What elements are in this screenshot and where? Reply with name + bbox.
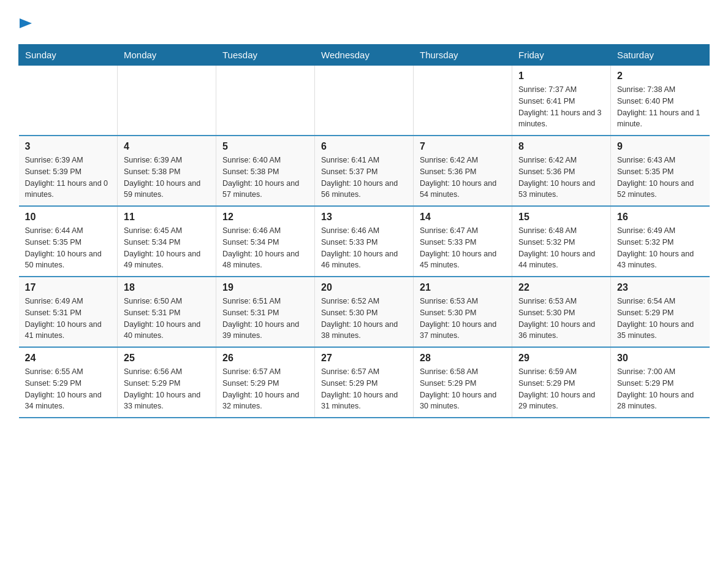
header-saturday: Saturday xyxy=(611,45,710,66)
header-sunday: Sunday xyxy=(19,45,118,66)
day-number: 17 xyxy=(25,282,112,293)
day-cell: 30Sunrise: 7:00 AM Sunset: 5:29 PM Dayli… xyxy=(611,347,710,418)
header-thursday: Thursday xyxy=(414,45,512,66)
day-cell: 29Sunrise: 6:59 AM Sunset: 5:29 PM Dayli… xyxy=(512,347,611,418)
day-info: Sunrise: 6:40 AM Sunset: 5:38 PM Dayligh… xyxy=(222,155,308,201)
day-info: Sunrise: 6:47 AM Sunset: 5:33 PM Dayligh… xyxy=(420,225,506,271)
day-cell xyxy=(19,66,118,136)
day-cell: 28Sunrise: 6:58 AM Sunset: 5:29 PM Dayli… xyxy=(414,347,512,418)
day-number: 10 xyxy=(25,212,112,223)
day-cell: 14Sunrise: 6:47 AM Sunset: 5:33 PM Dayli… xyxy=(414,206,512,277)
day-number: 24 xyxy=(25,353,112,364)
day-number: 3 xyxy=(25,141,112,152)
day-info: Sunrise: 6:49 AM Sunset: 5:31 PM Dayligh… xyxy=(25,296,112,342)
day-number: 23 xyxy=(617,282,703,293)
day-cell: 26Sunrise: 6:57 AM Sunset: 5:29 PM Dayli… xyxy=(216,347,315,418)
week-row-2: 3Sunrise: 6:39 AM Sunset: 5:39 PM Daylig… xyxy=(19,136,710,206)
day-cell: 12Sunrise: 6:46 AM Sunset: 5:34 PM Dayli… xyxy=(216,206,315,277)
day-info: Sunrise: 6:42 AM Sunset: 5:36 PM Dayligh… xyxy=(518,155,604,201)
day-number: 6 xyxy=(321,141,407,152)
day-number: 1 xyxy=(518,71,604,82)
day-cell: 7Sunrise: 6:42 AM Sunset: 5:36 PM Daylig… xyxy=(414,136,512,206)
day-number: 13 xyxy=(321,212,407,223)
day-cell: 18Sunrise: 6:50 AM Sunset: 5:31 PM Dayli… xyxy=(118,277,216,347)
day-number: 26 xyxy=(222,353,308,364)
day-cell: 10Sunrise: 6:44 AM Sunset: 5:35 PM Dayli… xyxy=(19,206,118,277)
day-info: Sunrise: 6:57 AM Sunset: 5:29 PM Dayligh… xyxy=(321,366,407,412)
day-cell: 20Sunrise: 6:52 AM Sunset: 5:30 PM Dayli… xyxy=(315,277,414,347)
day-number: 12 xyxy=(222,212,308,223)
day-info: Sunrise: 6:51 AM Sunset: 5:31 PM Dayligh… xyxy=(222,296,308,342)
calendar-body: 1Sunrise: 7:37 AM Sunset: 6:41 PM Daylig… xyxy=(19,66,710,418)
calendar-table: SundayMondayTuesdayWednesdayThursdayFrid… xyxy=(18,44,710,418)
day-cell: 15Sunrise: 6:48 AM Sunset: 5:32 PM Dayli… xyxy=(512,206,611,277)
day-cell: 16Sunrise: 6:49 AM Sunset: 5:32 PM Dayli… xyxy=(611,206,710,277)
day-number: 30 xyxy=(617,353,703,364)
day-number: 5 xyxy=(222,141,308,152)
day-number: 16 xyxy=(617,212,703,223)
week-row-5: 24Sunrise: 6:55 AM Sunset: 5:29 PM Dayli… xyxy=(19,347,710,418)
day-cell: 24Sunrise: 6:55 AM Sunset: 5:29 PM Dayli… xyxy=(19,347,118,418)
day-info: Sunrise: 6:50 AM Sunset: 5:31 PM Dayligh… xyxy=(124,296,210,342)
day-number: 22 xyxy=(518,282,604,293)
day-cell: 19Sunrise: 6:51 AM Sunset: 5:31 PM Dayli… xyxy=(216,277,315,347)
day-info: Sunrise: 6:39 AM Sunset: 5:39 PM Dayligh… xyxy=(25,155,112,201)
day-number: 7 xyxy=(420,141,506,152)
day-cell: 4Sunrise: 6:39 AM Sunset: 5:38 PM Daylig… xyxy=(118,136,216,206)
day-cell: 23Sunrise: 6:54 AM Sunset: 5:29 PM Dayli… xyxy=(611,277,710,347)
day-info: Sunrise: 6:44 AM Sunset: 5:35 PM Dayligh… xyxy=(25,225,112,271)
day-cell xyxy=(414,66,512,136)
day-cell: 17Sunrise: 6:49 AM Sunset: 5:31 PM Dayli… xyxy=(19,277,118,347)
day-cell xyxy=(315,66,414,136)
day-info: Sunrise: 6:55 AM Sunset: 5:29 PM Dayligh… xyxy=(25,366,112,412)
day-number: 27 xyxy=(321,353,407,364)
week-row-4: 17Sunrise: 6:49 AM Sunset: 5:31 PM Dayli… xyxy=(19,277,710,347)
day-info: Sunrise: 6:39 AM Sunset: 5:38 PM Dayligh… xyxy=(124,155,210,201)
day-number: 20 xyxy=(321,282,407,293)
day-info: Sunrise: 6:56 AM Sunset: 5:29 PM Dayligh… xyxy=(124,366,210,412)
day-cell: 21Sunrise: 6:53 AM Sunset: 5:30 PM Dayli… xyxy=(414,277,512,347)
day-cell xyxy=(216,66,315,136)
day-info: Sunrise: 6:53 AM Sunset: 5:30 PM Dayligh… xyxy=(518,296,604,342)
day-info: Sunrise: 6:58 AM Sunset: 5:29 PM Dayligh… xyxy=(420,366,506,412)
day-number: 8 xyxy=(518,141,604,152)
day-number: 29 xyxy=(518,353,604,364)
day-number: 25 xyxy=(124,353,210,364)
header-friday: Friday xyxy=(512,45,611,66)
header-monday: Monday xyxy=(118,45,216,66)
page-header xyxy=(18,12,710,32)
day-cell: 1Sunrise: 7:37 AM Sunset: 6:41 PM Daylig… xyxy=(512,66,611,136)
day-info: Sunrise: 6:41 AM Sunset: 5:37 PM Dayligh… xyxy=(321,155,407,201)
day-cell: 13Sunrise: 6:46 AM Sunset: 5:33 PM Dayli… xyxy=(315,206,414,277)
day-cell: 8Sunrise: 6:42 AM Sunset: 5:36 PM Daylig… xyxy=(512,136,611,206)
day-cell xyxy=(118,66,216,136)
day-info: Sunrise: 6:54 AM Sunset: 5:29 PM Dayligh… xyxy=(617,296,703,342)
day-info: Sunrise: 6:57 AM Sunset: 5:29 PM Dayligh… xyxy=(222,366,308,412)
day-number: 28 xyxy=(420,353,506,364)
day-info: Sunrise: 6:49 AM Sunset: 5:32 PM Dayligh… xyxy=(617,225,703,271)
day-info: Sunrise: 6:43 AM Sunset: 5:35 PM Dayligh… xyxy=(617,155,703,201)
day-cell: 27Sunrise: 6:57 AM Sunset: 5:29 PM Dayli… xyxy=(315,347,414,418)
day-info: Sunrise: 6:48 AM Sunset: 5:32 PM Dayligh… xyxy=(518,225,604,271)
day-info: Sunrise: 6:46 AM Sunset: 5:34 PM Dayligh… xyxy=(222,225,308,271)
svg-marker-0 xyxy=(20,18,32,28)
week-row-3: 10Sunrise: 6:44 AM Sunset: 5:35 PM Dayli… xyxy=(19,206,710,277)
day-info: Sunrise: 6:53 AM Sunset: 5:30 PM Dayligh… xyxy=(420,296,506,342)
logo-flag-icon xyxy=(20,18,32,31)
day-cell: 5Sunrise: 6:40 AM Sunset: 5:38 PM Daylig… xyxy=(216,136,315,206)
day-number: 4 xyxy=(124,141,210,152)
day-info: Sunrise: 7:38 AM Sunset: 6:40 PM Dayligh… xyxy=(617,84,703,130)
day-number: 19 xyxy=(222,282,308,293)
day-number: 11 xyxy=(124,212,210,223)
day-number: 18 xyxy=(124,282,210,293)
day-info: Sunrise: 6:42 AM Sunset: 5:36 PM Dayligh… xyxy=(420,155,506,201)
logo xyxy=(18,12,32,32)
day-cell: 2Sunrise: 7:38 AM Sunset: 6:40 PM Daylig… xyxy=(611,66,710,136)
header-wednesday: Wednesday xyxy=(315,45,414,66)
day-info: Sunrise: 6:59 AM Sunset: 5:29 PM Dayligh… xyxy=(518,366,604,412)
header-tuesday: Tuesday xyxy=(216,45,315,66)
day-cell: 11Sunrise: 6:45 AM Sunset: 5:34 PM Dayli… xyxy=(118,206,216,277)
header-row: SundayMondayTuesdayWednesdayThursdayFrid… xyxy=(19,45,710,66)
day-number: 14 xyxy=(420,212,506,223)
day-info: Sunrise: 6:52 AM Sunset: 5:30 PM Dayligh… xyxy=(321,296,407,342)
